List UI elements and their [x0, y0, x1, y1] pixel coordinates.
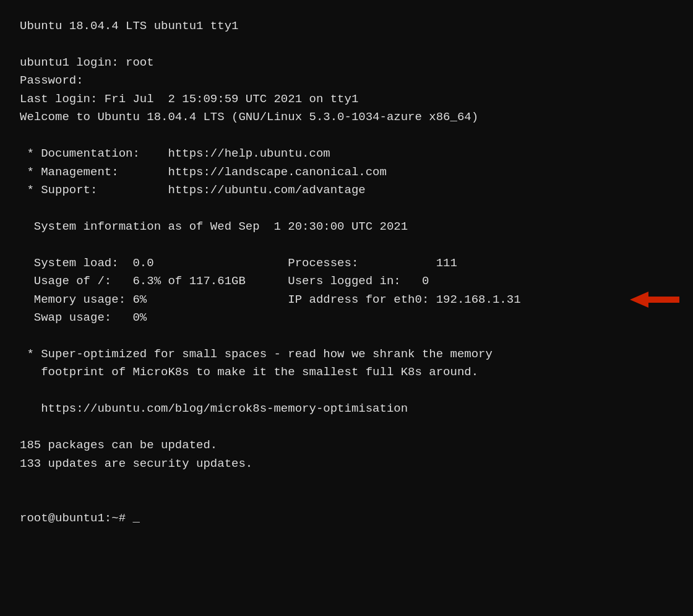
doc-line: * Documentation: https://help.ubuntu.com — [20, 145, 673, 163]
login-line: ubuntu1 login: root — [20, 54, 673, 72]
blank-line-4 — [20, 236, 673, 254]
blank-line-2 — [20, 127, 673, 145]
blank-line-6 — [20, 382, 673, 400]
prompt-line[interactable]: root@ubuntu1:~# _ — [20, 510, 673, 527]
terminal-body: Ubuntu 18.04.4 LTS ubuntu1 tty1 ubuntu1 … — [20, 17, 673, 527]
memory-ip-line: Memory usage: 6% IP address for eth0: 19… — [20, 291, 521, 309]
sysload-processes-line: System load: 0.0 Processes: 111 — [20, 254, 673, 272]
swap-line: Swap usage: 0% — [20, 309, 673, 327]
microk8s-line2: footprint of MicroK8s to make it the sma… — [20, 363, 673, 381]
packages-line2: 133 updates are security updates. — [20, 455, 673, 473]
terminal-window: Ubuntu 18.04.4 LTS ubuntu1 tty1 ubuntu1 … — [0, 0, 693, 616]
microk8s-line1: * Super-optimized for small spaces - rea… — [20, 345, 673, 363]
ip-address-row: Memory usage: 6% IP address for eth0: 19… — [20, 291, 673, 309]
blank-line-7 — [20, 419, 673, 436]
blank-line — [20, 35, 673, 53]
welcome-line: Welcome to Ubuntu 18.04.4 LTS (GNU/Linux… — [20, 108, 673, 126]
last-login-line: Last login: Fri Jul 2 15:09:59 UTC 2021 … — [20, 90, 673, 108]
svg-marker-0 — [630, 292, 679, 308]
sysinfo-line: System information as of Wed Sep 1 20:30… — [20, 218, 673, 236]
packages-line1: 185 packages can be updated. — [20, 436, 673, 454]
blank-line-3 — [20, 199, 673, 217]
microk8s-url-line: https://ubuntu.com/blog/microk8s-memory-… — [20, 400, 673, 418]
blank-line-9 — [20, 491, 673, 509]
blank-line-8 — [20, 473, 673, 491]
usage-users-line: Usage of /: 6.3% of 117.61GB Users logge… — [20, 272, 673, 290]
password-line: Password: — [20, 72, 673, 90]
support-line: * Support: https://ubuntu.com/advantage — [20, 181, 673, 199]
red-arrow-icon — [611, 289, 679, 310]
blank-line-5 — [20, 327, 673, 345]
mgmt-line: * Management: https://landscape.canonica… — [20, 163, 673, 181]
title-line: Ubuntu 18.04.4 LTS ubuntu1 tty1 — [20, 17, 673, 35]
